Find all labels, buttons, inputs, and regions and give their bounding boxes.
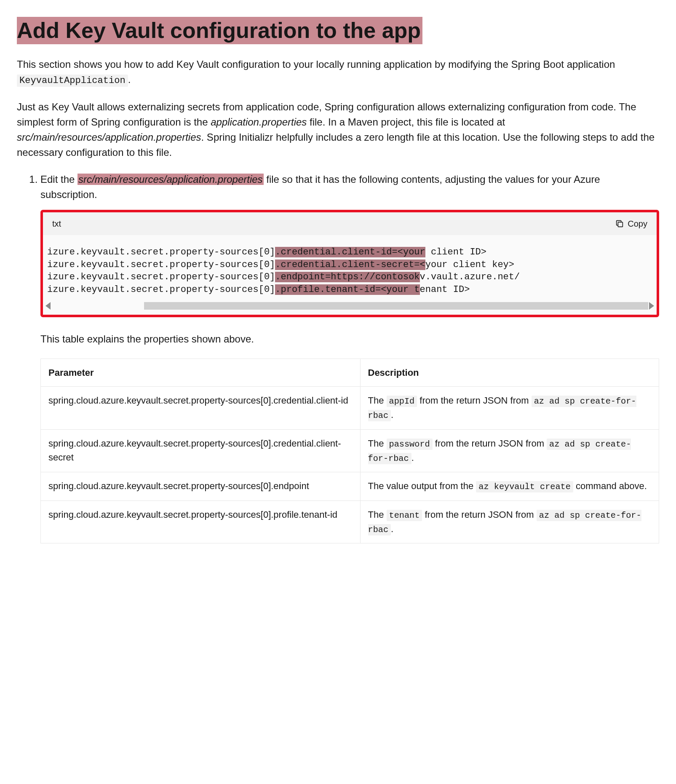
intro-code: KeyvaultApplication [17,75,128,87]
intro-paragraph: This section shows you how to add Key Va… [17,57,659,88]
scroll-left-icon[interactable] [45,302,51,310]
table-row: spring.cloud.azure.keyvault.secret.prope… [41,386,659,429]
p2-d: src/main/resources/application.propertie… [17,131,201,143]
p2-b: application.properties [211,116,307,128]
param-cell: spring.cloud.azure.keyvault.secret.prope… [41,386,361,429]
col-description: Description [360,359,659,386]
copy-label: Copy [628,217,647,230]
scroll-thumb[interactable] [144,302,648,310]
p2-c: file. In a Maven project, this file is l… [307,116,505,128]
code-line-3: izure.keyvault.secret.property-sources[0… [43,271,657,284]
svg-rect-0 [618,222,623,227]
table-row: spring.cloud.azure.keyvault.secret.prope… [41,472,659,500]
intro-text-pre: This section shows you how to add Key Va… [17,59,615,70]
table-row: spring.cloud.azure.keyvault.secret.prope… [41,429,659,472]
step1-a: Edit the [40,174,77,185]
code-line-4: izure.keyvault.secret.property-sources[0… [43,284,657,296]
table-row: spring.cloud.azure.keyvault.secret.prope… [41,500,659,543]
code-block: txt Copy izure.keyvault.secret.property-… [40,210,659,317]
step-1: Edit the src/main/resources/application.… [40,172,659,543]
properties-table: Parameter Description spring.cloud.azure… [40,359,659,543]
paragraph-2: Just as Key Vault allows externalizing s… [17,99,659,160]
param-cell: spring.cloud.azure.keyvault.secret.prope… [41,429,361,472]
code-line-2: izure.keyvault.secret.property-sources[0… [43,259,657,271]
page-title: Add Key Vault configuration to the app [17,17,422,44]
code-body: izure.keyvault.secret.property-sources[0… [43,235,657,315]
code-line-1: izure.keyvault.secret.property-sources[0… [43,246,657,259]
desc-cell: The tenant from the return JSON from az … [360,500,659,543]
col-parameter: Parameter [41,359,361,386]
copy-icon [615,219,624,228]
param-cell: spring.cloud.azure.keyvault.secret.prope… [41,500,361,543]
code-lang-label: txt [52,217,61,230]
desc-cell: The appId from the return JSON from az a… [360,386,659,429]
code-header: txt Copy [43,212,657,235]
table-intro: This table explains the properties shown… [40,332,659,347]
desc-cell: The password from the return JSON from a… [360,429,659,472]
step1-path: src/main/resources/application.propertie… [77,174,264,185]
intro-text-post: . [128,74,131,85]
copy-button[interactable]: Copy [615,217,647,230]
param-cell: spring.cloud.azure.keyvault.secret.prope… [41,472,361,500]
scroll-right-icon[interactable] [649,302,654,310]
horizontal-scrollbar[interactable] [43,302,657,310]
desc-cell: The value output from the az keyvault cr… [360,472,659,500]
